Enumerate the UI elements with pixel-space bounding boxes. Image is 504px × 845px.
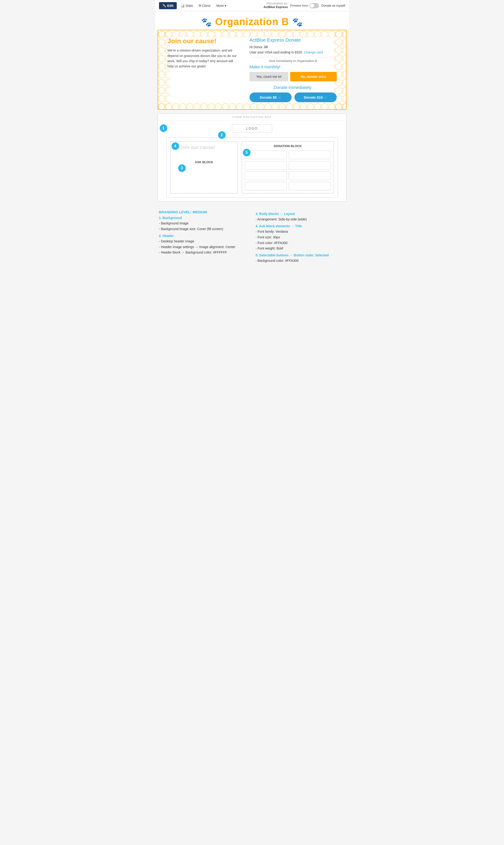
no-donate-once-button[interactable]: No, donate once [290, 72, 337, 81]
badge-1: 1 [160, 124, 167, 132]
donate-immediately-label: Donate immediately: [250, 85, 337, 90]
info-header-item5: - Header block → Background color: #FFFF… [159, 250, 249, 255]
preview-form-toggle[interactable]: Preview form [290, 3, 319, 8]
info-ask-item8: - Font size: 30px [256, 235, 345, 240]
pencil-icon: ✏️ [162, 4, 166, 7]
previewing-label: PREVIEWING AS: ActBlue Express [264, 2, 288, 9]
badge-3: 3 [178, 165, 186, 172]
donate-10-button[interactable]: Donate $10 → [294, 92, 337, 102]
info-select-item11: - Background color: #FFA300 [256, 258, 345, 264]
input-grid-middle [245, 161, 331, 190]
join-cause-title: Join our cause! [167, 37, 240, 45]
previewing-box: PREVIEWING AS: ActBlue Express Preview f… [264, 2, 345, 9]
form-nav-body: 1 2 LOGO 3 4 [158, 121, 346, 201]
stats-button[interactable]: 📊 Stats [179, 2, 195, 9]
edit-label: Edit [167, 4, 174, 7]
paw-right-icon: 🐾 [292, 17, 303, 27]
left-column: Join our cause! We're a mission-driven o… [167, 37, 240, 102]
info-heading-selectable: 5. Selectable buttons → Button state: Se… [256, 253, 345, 257]
donate-myself-link[interactable]: Donate as myself [321, 4, 345, 7]
clone-label: Clone [202, 4, 211, 7]
toggle-knob [310, 3, 314, 8]
more-label: More [216, 4, 224, 7]
paw-left-icon: 🐾 [201, 17, 212, 27]
badge-4: 4 [172, 142, 179, 150]
info-heading-header: 2. Header [159, 234, 249, 238]
ask-block-title-placeholder: Join our cause! [174, 144, 235, 151]
logo-box: LOGO [232, 124, 272, 133]
input-box-2[interactable] [289, 151, 331, 159]
preview-form-label: Preview form [290, 4, 308, 7]
input-box-5[interactable] [245, 171, 287, 180]
donation-block-col: DONATION BLOCK 5 [242, 141, 334, 193]
info-section: BRANDING LEVEL: MEDIUM 1. Background - B… [155, 205, 349, 269]
org-name: Organization B [215, 16, 289, 27]
svg-rect-3 [158, 30, 346, 37]
info-ask-item9: - Font color: #FFA300 [256, 240, 345, 246]
right-column: ActBlue Express Donate Hi Donor Jill! Us… [250, 37, 337, 102]
donation-block-label: DONATION BLOCK [245, 144, 331, 148]
badge-5: 5 [243, 149, 250, 156]
more-button[interactable]: More ▾ [214, 2, 228, 9]
info-ask-item7: - Font family: Verdana [256, 229, 345, 235]
input-box-4[interactable] [289, 161, 331, 170]
layout-outer: 4 Join our cause! ASK BLOCK DONATION BLO… [166, 137, 338, 197]
actblue-title: ActBlue Express Donate [250, 37, 337, 43]
input-box-6[interactable] [289, 171, 331, 180]
info-header-item4: - Header image settings → Image alignmen… [159, 244, 249, 250]
bar-chart-icon: 📊 [181, 4, 184, 7]
info-bg-item2: - Background image size: Cover (fill scr… [159, 226, 249, 232]
svg-rect-4 [158, 102, 346, 109]
edit-button[interactable]: ✏️ Edit [159, 2, 177, 9]
info-heading-ask-block: 4. Ask block elements → Title [256, 224, 345, 228]
donate-buttons: Donate $5 → Donate $10 → [250, 92, 337, 102]
change-card-link[interactable]: Change card [304, 50, 323, 54]
donor-greeting: Hi Donor Jill! [250, 45, 337, 49]
yes-monthly-button[interactable]: Yes, count me in! [250, 72, 288, 81]
branding-level: BRANDING LEVEL: MEDIUM [159, 210, 249, 214]
input-box-1[interactable] [245, 151, 287, 159]
previewing-as-label: PREVIEWING AS: [267, 2, 288, 5]
info-heading-body-blocks: 3. Body blocks → Layout [256, 212, 345, 216]
org-header: 🐾 Organization B 🐾 [155, 11, 349, 30]
give-label: Give immediately to Organization B [250, 57, 337, 63]
info-ask-item10: - Font weight: Bold [256, 246, 345, 252]
top-nav: ✏️ Edit 📊 Stats ⧉ Clone More ▾ PREVIEWIN… [155, 0, 349, 11]
org-title: 🐾 Organization B 🐾 [155, 16, 349, 28]
monthly-buttons: Yes, count me in! No, donate once [250, 72, 337, 81]
info-col-right: 3. Body blocks → Layout - Arrangement: S… [256, 210, 345, 264]
form-nav-section: FORM NAVIGATION BAR 1 2 LOGO 3 [158, 114, 347, 202]
join-cause-body: We're a mission-driven organization, and… [167, 48, 240, 69]
input-box-3[interactable] [245, 161, 287, 170]
card-info: User your VISA card ending in 8320. Chan… [250, 50, 337, 54]
form-nav-label: FORM NAVIGATION BAR [158, 114, 346, 121]
logo-row: 2 LOGO [162, 124, 343, 133]
stats-label: Stats [185, 4, 193, 7]
info-header-item3: - Desktop header image [159, 239, 249, 244]
info-bg-item1: - Background image [159, 221, 249, 226]
main-hero-section: Join our cause! We're a mission-driven o… [158, 30, 347, 110]
badge-2: 2 [218, 131, 226, 139]
toggle-switch[interactable] [309, 3, 319, 8]
previewing-as-value: ActBlue Express [264, 5, 288, 9]
donate-5-button[interactable]: Donate $5 → [250, 92, 292, 102]
monthly-label: Make it monthly! [250, 65, 337, 70]
input-box-8[interactable] [289, 182, 331, 190]
clone-button[interactable]: ⧉ Clone [197, 2, 213, 9]
clone-icon: ⧉ [199, 3, 201, 7]
chevron-down-icon: ▾ [225, 4, 227, 7]
input-box-7[interactable] [245, 182, 287, 190]
info-col-left: BRANDING LEVEL: MEDIUM 1. Background - B… [159, 210, 249, 264]
input-grid-top [245, 151, 331, 159]
info-body-item6: - Arrangement: Side-by-side (wide) [256, 217, 345, 222]
info-heading-background: 1. Background [159, 216, 249, 220]
